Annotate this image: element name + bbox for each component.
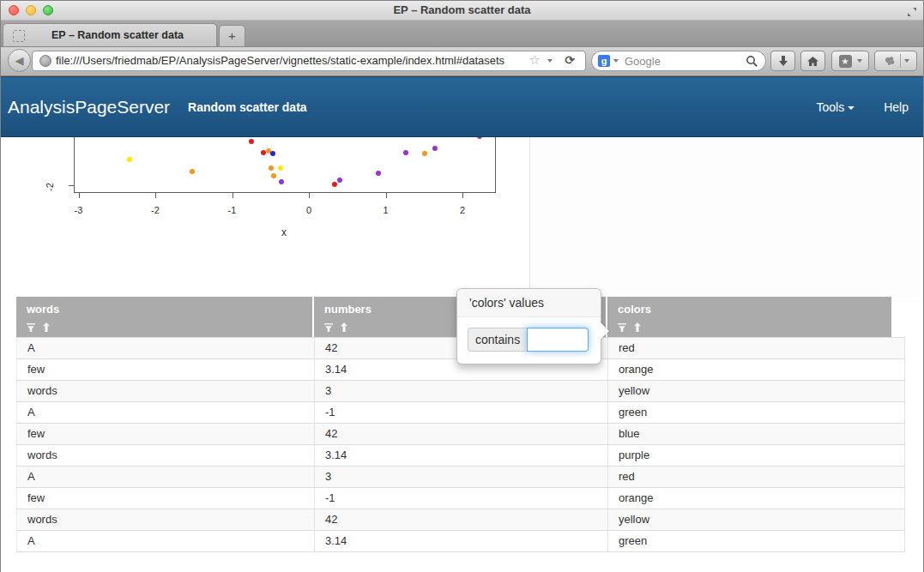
search-bar[interactable]: g bbox=[591, 51, 766, 71]
popover-arrow bbox=[601, 322, 610, 340]
table-cell: green bbox=[607, 531, 905, 551]
x-axis-tick bbox=[233, 193, 233, 198]
home-icon bbox=[806, 56, 819, 67]
tab-label: EP – Random scatter data bbox=[51, 24, 184, 46]
fullscreen-icon[interactable] bbox=[907, 5, 917, 15]
help-link[interactable]: Help bbox=[884, 100, 909, 114]
table-cell: purple bbox=[607, 445, 905, 466]
column-header-words[interactable]: words bbox=[16, 297, 312, 337]
app-navbar: AnalysisPageServer Random scatter data T… bbox=[1, 76, 923, 137]
table-cell: few bbox=[16, 359, 314, 380]
column-header-colors[interactable]: colors bbox=[607, 297, 891, 337]
scatter-point bbox=[278, 166, 283, 171]
download-arrow-icon bbox=[778, 55, 788, 67]
tab-active[interactable]: EP – Random scatter data bbox=[3, 23, 217, 46]
table-cell: -1 bbox=[314, 488, 607, 509]
table-cell: green bbox=[607, 402, 905, 423]
table-cell: 3.14 bbox=[314, 531, 607, 551]
addon-split-button[interactable] bbox=[874, 51, 917, 71]
home-button[interactable] bbox=[800, 51, 825, 71]
table-cell: A bbox=[16, 531, 314, 551]
x-axis-tick bbox=[386, 193, 387, 198]
contains-label: contains bbox=[468, 328, 527, 352]
scatter-plot[interactable]: -3-2-1012 -2 x bbox=[1, 137, 529, 298]
sort-up-icon[interactable] bbox=[633, 320, 642, 335]
url-text[interactable]: file:///Users/friedmab/EP/AnalysisPageSe… bbox=[56, 51, 523, 70]
brand[interactable]: AnalysisPageServer bbox=[8, 97, 170, 117]
search-magnifier-icon[interactable] bbox=[746, 55, 758, 71]
table-row: A-1green bbox=[16, 401, 905, 423]
table-cell: -1 bbox=[314, 402, 607, 423]
url-dropdown-caret-icon[interactable] bbox=[547, 59, 553, 63]
reload-icon[interactable]: ⟳ bbox=[565, 53, 575, 67]
x-axis-tick-label: 2 bbox=[450, 205, 475, 215]
x-axis-tick bbox=[155, 193, 156, 198]
scatter-point bbox=[190, 169, 195, 174]
nav-page-link[interactable]: Random scatter data bbox=[188, 100, 306, 114]
tools-menu[interactable]: Tools bbox=[817, 100, 855, 114]
browser-window: EP – Random scatter data EP – Random sca… bbox=[0, 0, 924, 572]
scatter-point bbox=[270, 151, 275, 156]
table-row: words3.14purple bbox=[16, 444, 905, 466]
x-axis-title: x bbox=[274, 226, 294, 238]
sidebar-area bbox=[530, 137, 923, 298]
tools-caret-icon bbox=[848, 106, 855, 110]
table-row: words3yellow bbox=[16, 380, 905, 401]
sort-up-icon[interactable] bbox=[42, 320, 51, 335]
button-divider bbox=[900, 54, 901, 68]
window-title: EP – Random scatter data bbox=[1, 1, 923, 19]
x-axis-tick-label: -1 bbox=[220, 205, 245, 215]
table-cell: 3 bbox=[314, 467, 607, 487]
x-axis-tick bbox=[462, 193, 463, 198]
table-row: words42yellow bbox=[16, 509, 905, 530]
table-cell: red bbox=[607, 467, 905, 487]
table-cell: yellow bbox=[607, 509, 905, 530]
table-cell: A bbox=[16, 467, 314, 487]
table-body: A42redfew3.14orangewords3yellowA-1greenf… bbox=[16, 337, 905, 552]
addon-icon bbox=[883, 55, 897, 67]
bookmarks-caret-icon bbox=[857, 59, 862, 63]
table-cell: 42 bbox=[314, 509, 607, 530]
table-row: few-1orange bbox=[16, 487, 905, 509]
table-cell: blue bbox=[607, 424, 905, 444]
scatter-point bbox=[249, 139, 254, 144]
y-axis-tick bbox=[69, 185, 74, 186]
sort-up-icon[interactable] bbox=[340, 320, 348, 335]
y-axis-tick-label: -2 bbox=[45, 183, 55, 191]
x-axis-tick bbox=[309, 193, 310, 198]
table-cell: A bbox=[16, 338, 314, 358]
bookmarks-star-icon: ★ bbox=[839, 55, 852, 68]
google-engine-icon[interactable]: g bbox=[598, 55, 610, 67]
x-axis-tick bbox=[79, 193, 80, 198]
popover-title: 'colors' values bbox=[457, 289, 601, 317]
tab-bar: EP – Random scatter data + bbox=[1, 21, 923, 47]
bookmarks-menu-button[interactable]: ★ bbox=[831, 51, 869, 71]
x-axis-tick-label: -3 bbox=[66, 205, 92, 215]
scatter-point bbox=[403, 150, 408, 155]
back-button[interactable]: ◀ bbox=[8, 49, 31, 72]
page-content: -3-2-1012 -2 x words numbers bbox=[1, 137, 923, 572]
navigation-toolbar: ◀ file:///Users/friedmab/EP/AnalysisPage… bbox=[1, 47, 923, 76]
url-bar[interactable]: file:///Users/friedmab/EP/AnalysisPageSe… bbox=[32, 51, 586, 71]
new-tab-button[interactable]: + bbox=[219, 25, 245, 46]
filter-icon[interactable] bbox=[27, 320, 36, 335]
downloads-button[interactable] bbox=[770, 51, 795, 71]
search-input[interactable] bbox=[623, 53, 738, 69]
filter-icon[interactable] bbox=[324, 320, 334, 335]
filter-icon[interactable] bbox=[618, 320, 627, 335]
bookmark-star-icon[interactable]: ☆ bbox=[529, 52, 541, 68]
table-cell: 3.14 bbox=[314, 445, 607, 466]
table-cell: words bbox=[16, 445, 314, 466]
table-cell: 3 bbox=[314, 381, 607, 401]
filter-value-input[interactable] bbox=[527, 328, 589, 352]
x-axis-tick-label: 1 bbox=[373, 205, 399, 215]
table-cell: red bbox=[607, 338, 905, 358]
table-row: A3.14green bbox=[16, 530, 905, 551]
scatter-point bbox=[271, 173, 276, 178]
table-header-filler bbox=[893, 297, 907, 337]
table-row: few42blue bbox=[16, 423, 905, 444]
table-cell: words bbox=[16, 509, 314, 530]
filter-popover: 'colors' values contains bbox=[456, 288, 601, 364]
search-engine-caret-icon[interactable] bbox=[613, 59, 619, 63]
table-cell: yellow bbox=[607, 381, 905, 401]
